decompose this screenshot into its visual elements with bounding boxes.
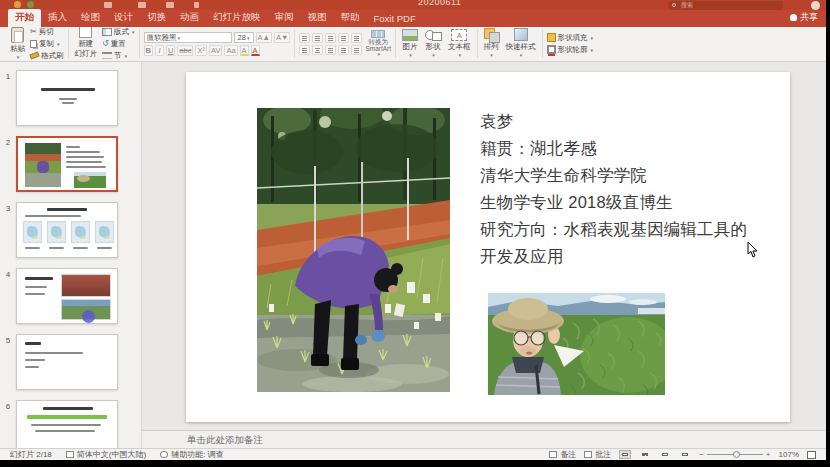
justify-button[interactable] xyxy=(338,45,349,55)
bullets-button[interactable] xyxy=(299,33,310,43)
slide-canvas[interactable]: 袁梦 籍贯：湖北孝感 清华大学生命科学学院 生物学专业 2018级直博生 研究方… xyxy=(186,72,790,422)
columns-button[interactable] xyxy=(351,45,362,55)
notes-pane[interactable]: 单击此处添加备注 xyxy=(142,430,826,448)
tab-home[interactable]: 开始 xyxy=(8,9,41,27)
accessibility-label: 辅助功能: 调查 xyxy=(171,449,223,460)
slideshow-view-button[interactable] xyxy=(679,450,691,459)
normal-view-button[interactable] xyxy=(619,450,631,459)
fit-to-window-button[interactable] xyxy=(807,451,816,459)
comments-toggle-button[interactable]: 批注 xyxy=(584,449,611,460)
intro-line-major: 生物学专业 2018级直博生 xyxy=(480,189,770,216)
shapes-label: 形状 xyxy=(426,43,441,51)
slide-number-3: 3 xyxy=(0,202,16,258)
rice-field-photo[interactable] xyxy=(257,108,450,392)
arrange-icon xyxy=(484,28,498,41)
language-status[interactable]: 简体中文(中国大陆) xyxy=(66,449,146,460)
shape-fill-button[interactable]: 形状填充 xyxy=(547,33,594,43)
zoom-slider[interactable] xyxy=(707,454,763,455)
accessibility-status[interactable]: 辅助功能: 调查 xyxy=(160,449,223,460)
layout-button[interactable]: 版式 xyxy=(102,27,135,37)
bold-button[interactable]: B xyxy=(144,45,153,56)
tab-insert[interactable]: 插入 xyxy=(41,9,74,27)
zoom-out-button[interactable]: − xyxy=(699,450,704,459)
thumb-text-line xyxy=(66,151,100,153)
section-button[interactable]: 节 xyxy=(102,51,135,61)
underline-button[interactable]: U xyxy=(166,45,175,56)
tab-foxit-pdf[interactable]: Foxit PDF xyxy=(367,11,423,27)
smartart-label-2: SmartArt xyxy=(365,45,391,52)
font-size-select[interactable]: 28 xyxy=(234,32,254,43)
shape-outline-button[interactable]: 形状轮廓 xyxy=(547,45,594,55)
convert-smartart-button[interactable]: 转换为 SmartArt xyxy=(365,30,391,58)
strikethrough-button[interactable]: abc xyxy=(177,45,193,56)
zoom-level[interactable]: 107% xyxy=(779,450,799,459)
search-placeholder: 搜索 xyxy=(681,2,693,8)
cut-button[interactable]: ✂剪切 xyxy=(30,27,64,37)
align-left-button[interactable] xyxy=(299,45,310,55)
tab-view[interactable]: 视图 xyxy=(301,9,334,27)
powerpoint-window: 20200611 搜索 开始 插入 绘图 设计 切换 动画 幻灯片放映 审阅 视… xyxy=(0,0,830,467)
layout-label: 版式 xyxy=(114,27,129,37)
notes-toggle-button[interactable]: 备注 xyxy=(549,449,576,460)
text-highlight-button[interactable]: A xyxy=(240,45,249,56)
picture-button[interactable]: 图片 xyxy=(400,29,420,58)
align-center-button[interactable] xyxy=(312,45,323,55)
save-icon[interactable] xyxy=(104,2,112,8)
qat-dropdown-icon[interactable] xyxy=(194,2,199,8)
grow-font-button[interactable]: A▲ xyxy=(256,32,272,43)
tab-transitions[interactable]: 切换 xyxy=(140,9,173,27)
font-name-select[interactable]: 微软雅黑 xyxy=(144,32,232,43)
slide-thumbnail-2-selected[interactable] xyxy=(16,136,118,192)
decrease-indent-button[interactable] xyxy=(325,33,336,43)
textbox-button[interactable]: A 文本框 xyxy=(446,29,473,58)
zoom-slider-knob[interactable] xyxy=(733,451,740,458)
italic-button[interactable]: I xyxy=(155,45,164,56)
tab-design[interactable]: 设计 xyxy=(107,9,140,27)
new-slide-button[interactable]: 新建 幻灯片 xyxy=(73,27,100,62)
zoom-in-button[interactable]: + xyxy=(766,450,771,459)
redo-icon[interactable] xyxy=(166,2,174,8)
slide-sorter-view-button[interactable] xyxy=(639,450,651,459)
selfie-photo[interactable] xyxy=(488,293,665,395)
thumb-text-line xyxy=(66,161,102,163)
tab-help[interactable]: 帮助 xyxy=(334,9,367,27)
slide-thumbnail-4[interactable] xyxy=(16,268,118,324)
thumb-subtitle-bar xyxy=(59,98,77,100)
copy-icon xyxy=(30,40,37,48)
slides-group: 新建 幻灯片 版式 ↺重置 节 xyxy=(69,29,140,58)
shrink-font-button[interactable]: A▼ xyxy=(274,32,290,43)
slide-thumbnail-1[interactable] xyxy=(16,70,118,126)
tab-animations[interactable]: 动画 xyxy=(173,9,206,27)
quick-styles-button[interactable]: 快速样式 xyxy=(504,28,538,58)
superscript-button[interactable]: X² xyxy=(195,45,207,56)
paste-button[interactable]: 粘贴 xyxy=(8,27,27,60)
slide-thumbnail-5[interactable] xyxy=(16,334,118,390)
share-button[interactable]: 共享 xyxy=(790,11,818,24)
tab-review[interactable]: 审阅 xyxy=(268,9,301,27)
align-right-button[interactable] xyxy=(325,45,336,55)
undo-icon[interactable] xyxy=(138,2,146,8)
numbering-button[interactable] xyxy=(312,33,323,43)
tab-draw[interactable]: 绘图 xyxy=(74,9,107,27)
slide-indicator[interactable]: 幻灯片 2/18 xyxy=(10,449,52,460)
arrange-group: 排列 快速样式 xyxy=(478,29,543,58)
line-spacing-button[interactable] xyxy=(351,33,362,43)
shapes-button[interactable]: 形状 xyxy=(423,29,443,58)
thumb-text-line xyxy=(66,146,80,148)
change-case-button[interactable]: Aa xyxy=(224,45,237,56)
search-box[interactable]: 搜索 xyxy=(668,1,783,10)
character-spacing-button[interactable]: AV xyxy=(209,45,222,56)
format-painter-button[interactable]: 格式刷 xyxy=(30,51,64,61)
reading-view-button[interactable] xyxy=(659,450,671,459)
tab-slideshow[interactable]: 幻灯片放映 xyxy=(206,9,268,27)
increase-indent-button[interactable] xyxy=(338,33,349,43)
arrange-button[interactable]: 排列 xyxy=(482,28,501,58)
intro-text-block[interactable]: 袁梦 籍贯：湖北孝感 清华大学生命科学学院 生物学专业 2018级直博生 研究方… xyxy=(480,108,770,270)
thumb-bullet-bar xyxy=(25,286,47,288)
reset-button[interactable]: ↺重置 xyxy=(102,39,135,49)
copy-button[interactable]: 复制 xyxy=(30,39,64,49)
slide-thumbnail-6[interactable] xyxy=(16,400,118,448)
font-color-button[interactable]: A xyxy=(251,45,260,56)
account-avatar[interactable] xyxy=(811,1,820,10)
slide-thumbnail-3[interactable] xyxy=(16,202,118,258)
